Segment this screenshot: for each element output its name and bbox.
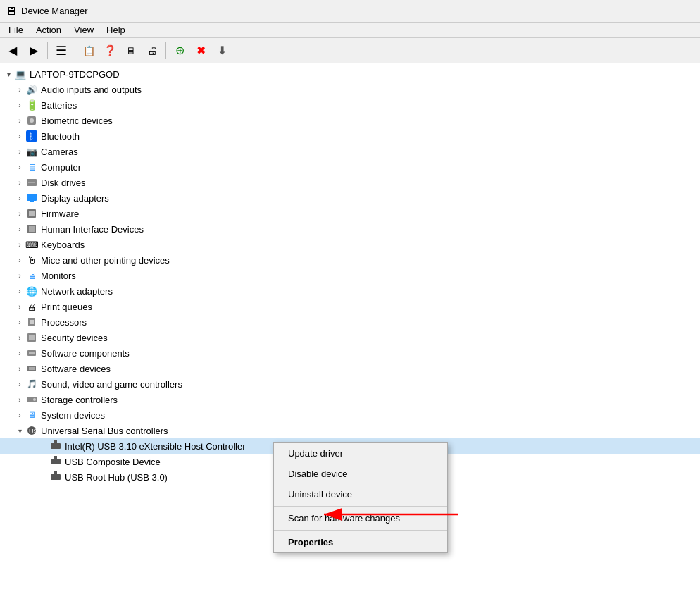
forward-button[interactable]: ▶ — [24, 41, 44, 61]
computer-cat-label: Computer — [41, 162, 81, 173]
remove-device-button[interactable]: ✖ — [191, 41, 211, 61]
tree-item-monitors[interactable]: › 🖥 Monitors — [0, 268, 700, 283]
context-sep-1 — [274, 506, 447, 507]
batteries-label: Batteries — [41, 100, 77, 111]
svg-rect-19 — [29, 367, 35, 370]
tree-item-storage[interactable]: › Storage controllers — [0, 392, 700, 407]
uninstall-driver-button[interactable]: ⬇ — [212, 41, 232, 61]
title-bar-icon: 🖥 — [6, 5, 17, 18]
usb-root-hub-label: USB Root Hub (USB 3.0) — [65, 472, 168, 483]
toolbar-sep-2 — [75, 42, 75, 59]
disk-toggle[interactable]: › — [14, 177, 25, 188]
svg-point-1 — [30, 118, 34, 123]
mice-toggle[interactable]: › — [14, 254, 25, 266]
hid-toggle[interactable]: › — [14, 223, 25, 235]
computer-cat-toggle[interactable]: › — [14, 161, 25, 173]
monitors-toggle[interactable]: › — [14, 270, 25, 281]
print-button[interactable]: 🖨 — [142, 41, 162, 61]
hid-icon — [25, 223, 38, 235]
menu-file[interactable]: File — [3, 23, 29, 37]
svg-rect-15 — [29, 335, 35, 340]
storage-toggle[interactable]: › — [14, 394, 25, 405]
tree-item-security[interactable]: › Security devices — [0, 330, 700, 345]
tree-item-usb[interactable]: ▾ USB Universal Serial Bus controllers — [0, 423, 700, 438]
show-list-button[interactable]: ☰ — [51, 41, 71, 61]
tree-item-cameras[interactable]: › 📷 Cameras — [0, 144, 700, 159]
tree-root[interactable]: ▾ 💻 LAPTOP-9TDCPGOD — [0, 66, 700, 82]
tree-item-audio[interactable]: › 🔊 Audio inputs and outputs — [0, 82, 700, 97]
print-icon: 🖨 — [25, 300, 38, 313]
audio-toggle[interactable]: › — [14, 84, 25, 95]
software-dev-toggle[interactable]: › — [14, 363, 25, 374]
menu-help[interactable]: Help — [101, 23, 131, 37]
tree-item-network[interactable]: › 🌐 Network adapters — [0, 283, 700, 299]
context-properties[interactable]: Properties — [274, 532, 447, 552]
security-label: Security devices — [41, 333, 108, 343]
usb-toggle[interactable]: ▾ — [14, 425, 25, 436]
batteries-toggle[interactable]: › — [14, 99, 25, 111]
root-toggle[interactable]: ▾ — [3, 68, 14, 80]
tree-item-disk[interactable]: › Disk drives — [0, 175, 700, 190]
add-device-button[interactable]: ⊕ — [170, 41, 189, 61]
software-dev-icon — [25, 362, 38, 375]
display-toggle[interactable]: › — [14, 192, 25, 204]
firmware-toggle[interactable]: › — [14, 208, 25, 219]
tree-item-processors[interactable]: › Processors — [0, 314, 700, 330]
menu-view[interactable]: View — [68, 23, 99, 37]
sound-toggle[interactable]: › — [14, 378, 25, 390]
tree-item-sound[interactable]: › 🎵 Sound, video and game controllers — [0, 376, 700, 392]
cameras-label: Cameras — [41, 147, 78, 157]
context-update-driver[interactable]: Update driver — [274, 443, 447, 464]
storage-icon — [25, 393, 38, 406]
keyboards-toggle[interactable]: › — [14, 239, 25, 250]
print-toggle[interactable]: › — [14, 301, 25, 312]
cameras-icon: 📷 — [25, 145, 38, 158]
tree-item-biometric[interactable]: › Biometric devices — [0, 113, 700, 128]
audio-icon: 🔊 — [25, 83, 38, 96]
usb-label: Universal Serial Bus controllers — [41, 426, 168, 436]
tree-item-hid[interactable]: › Human Interface Devices — [0, 221, 700, 237]
tree-item-keyboards[interactable]: › ⌨ Keyboards — [0, 237, 700, 252]
monitors-label: Monitors — [41, 271, 76, 281]
biometric-toggle[interactable]: › — [14, 115, 25, 126]
software-comp-toggle[interactable]: › — [14, 347, 25, 359]
tree-item-software-comp[interactable]: › Software components — [0, 345, 700, 361]
svg-rect-6 — [27, 194, 37, 201]
context-disable-device[interactable]: Disable device — [274, 464, 447, 484]
tree-item-bluetooth[interactable]: › ᛒ Bluetooth — [0, 128, 700, 144]
tree-item-display[interactable]: › Display adapters — [0, 190, 700, 206]
svg-text:USB: USB — [29, 428, 37, 435]
system-toggle[interactable]: › — [14, 409, 25, 421]
tree-item-print[interactable]: › 🖨 Print queues — [0, 299, 700, 314]
context-uninstall-device[interactable]: Uninstall device — [274, 484, 447, 504]
main-area: ▾ 💻 LAPTOP-9TDCPGOD › 🔊 Audio inputs and… — [0, 63, 700, 613]
bluetooth-label: Bluetooth — [41, 131, 80, 142]
tree-item-software-dev[interactable]: › Software devices — [0, 361, 700, 376]
tree-item-firmware[interactable]: › Firmware — [0, 206, 700, 221]
bluetooth-toggle[interactable]: › — [14, 130, 25, 142]
tree-item-system[interactable]: › 🖥 System devices — [0, 407, 700, 423]
tree-item-mice[interactable]: › 🖱 Mice and other pointing devices — [0, 252, 700, 268]
scan-hardware-button[interactable]: 🖥 — [121, 41, 141, 61]
security-toggle[interactable]: › — [14, 332, 25, 343]
context-sep-2 — [274, 530, 447, 531]
properties-button[interactable]: 📋 — [79, 41, 99, 61]
display-icon — [25, 192, 38, 204]
display-label: Display adapters — [41, 193, 109, 204]
update-driver-button[interactable]: ❓ — [100, 41, 120, 61]
back-button[interactable]: ◀ — [3, 41, 23, 61]
menu-action[interactable]: Action — [30, 23, 67, 37]
processors-label: Processors — [41, 317, 87, 328]
title-bar-title: Device Manager — [21, 6, 88, 16]
tree-item-batteries[interactable]: › 🔋 Batteries — [0, 97, 700, 113]
tree-item-computer[interactable]: › 🖥 Computer — [0, 159, 700, 175]
keyboards-label: Keyboards — [41, 240, 85, 250]
svg-rect-9 — [29, 211, 35, 216]
network-toggle[interactable]: › — [14, 285, 25, 297]
system-icon: 🖥 — [25, 409, 38, 421]
cameras-toggle[interactable]: › — [14, 146, 25, 157]
context-scan-hardware[interactable]: Scan for hardware changes — [274, 508, 447, 528]
root-label: LAPTOP-9TDCPGOD — [30, 69, 120, 80]
processors-toggle[interactable]: › — [14, 316, 25, 328]
biometric-label: Biometric devices — [41, 116, 113, 126]
